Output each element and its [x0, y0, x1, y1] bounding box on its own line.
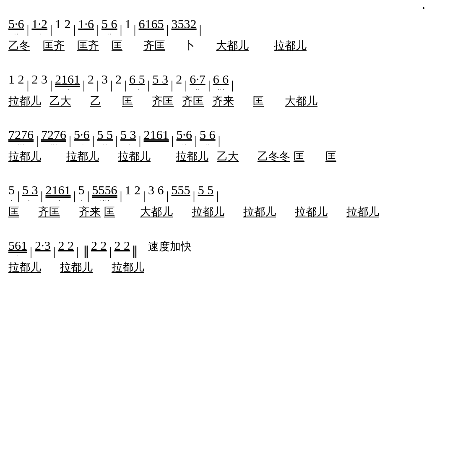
barline: | — [208, 76, 211, 93]
barline: | — [27, 21, 29, 37]
note-r2-2: 2 — [88, 72, 94, 93]
note-r4-5: 5 · — [8, 183, 15, 204]
score-row-5: 561 · | 2·3 | 2 2 | ‖ 2 2 | 2 2 ‖ — [8, 238, 442, 275]
lyric-r4-qi2: 齐 — [79, 204, 90, 219]
lyric-r3-du3: 都 — [129, 149, 140, 164]
lyric-r3-er1: 儿 — [30, 149, 41, 164]
lyric-r4-kuang2: 匡 — [49, 204, 60, 219]
lyric-r4-la2: 拉 — [243, 204, 254, 219]
note-group-r3-53: 5 3 · — [120, 127, 136, 148]
lyric-r3-kuang1: 匡 — [294, 149, 304, 164]
note-group-5-6: 5 6 · · — [101, 16, 117, 37]
lyric-r5-la3: 拉 — [112, 260, 122, 275]
barline: | — [30, 243, 32, 259]
lyric-r4-qi1: 齐 — [38, 204, 49, 219]
note-group-r2-65: 6 5 · — [129, 72, 145, 93]
barline: | — [120, 21, 122, 37]
barline: | — [96, 21, 99, 37]
lyric-er2: 儿 — [296, 38, 307, 53]
barline: | — [83, 76, 85, 93]
barline: | — [73, 21, 76, 37]
lyric-r3-la4: 拉 — [176, 149, 187, 164]
lyrics-row-3: 拉 都 儿 拉 都 儿 拉 都 儿 拉 都 儿 乙 大 乙 冬 冬 匡 匡 — [8, 149, 442, 164]
lyric-r2-kuang2: 匡 — [163, 94, 174, 108]
note-group-r4-55: 5 5 — [198, 183, 214, 204]
barline: | — [92, 132, 95, 148]
lyric-r4-du2: 都 — [203, 204, 213, 219]
lyric-r2-du1: 都 — [19, 94, 30, 108]
lyric-r5-la2: 拉 — [60, 260, 71, 275]
barline: | — [172, 132, 174, 148]
notation-row-2: 1 2 | 2 3 | 2161 · | 2 | 3 | 2 — [8, 72, 442, 93]
note-group-r5-561: 561 · — [8, 238, 27, 259]
barline: | — [36, 132, 39, 148]
barline: | — [139, 132, 141, 148]
score-row-4: 5 · | 5 3 · | 2161 · | 5 · | 5556 · · · … — [8, 183, 442, 219]
score-row-1: 5·6 · · | 1·2 · | 1 2 | 1·6 | 5 6 · · | — [8, 16, 442, 53]
lyric-r2-er1: 儿 — [30, 94, 41, 108]
lyric-r2-kuang4: 匡 — [253, 94, 264, 108]
lyric-r4-er5: 儿 — [368, 204, 379, 219]
barline: | — [216, 187, 218, 204]
lyric-r2-qi3: 齐 — [212, 94, 223, 108]
double-barline: ‖ — [83, 243, 89, 259]
note-group-r5-22b: 2 2 — [91, 238, 107, 259]
lyric-er1: 儿 — [238, 38, 249, 53]
lyric-du1: 都 — [227, 38, 238, 53]
barline: | — [171, 76, 173, 93]
lyric-r3-dong2: 冬 — [279, 149, 290, 164]
lyric-kuang4: 匡 — [154, 38, 165, 53]
barline: | — [27, 76, 29, 93]
note-r2-2b: 2 — [115, 72, 122, 93]
lyric-r3-er3: 儿 — [140, 149, 151, 164]
lyric-la1: 拉 — [274, 38, 285, 53]
note-sudu: 速度加快 — [148, 240, 192, 259]
note-group-r4-36: 3 6 — [148, 183, 164, 204]
lyric-r3-er2: 儿 — [88, 149, 99, 164]
note-group-12: 1·2 · — [32, 16, 48, 37]
lyric-yi: 乙 — [8, 38, 19, 53]
lyric-r3-du2: 都 — [77, 149, 88, 164]
lyric-r2-la1: 拉 — [8, 94, 19, 108]
top-dot-area: • — [8, 4, 442, 13]
barline: | — [134, 21, 136, 37]
lyric-r5-du3: 都 — [122, 260, 133, 275]
lyric-r2-kuang1: 匡 — [122, 94, 133, 108]
lyric-r3-du4: 都 — [187, 149, 198, 164]
note-group-1dot6: 1·6 — [78, 16, 94, 37]
barline: | — [199, 21, 202, 37]
lyric-r2-qi2: 齐 — [182, 94, 193, 108]
note-group-r4-53: 5 3 · — [22, 183, 38, 204]
barline: | — [69, 132, 71, 148]
lyric-r4-la4: 拉 — [346, 204, 357, 219]
lyric-r3-yi: 乙 — [217, 149, 228, 164]
note-group-3532: 3532 — [172, 16, 197, 37]
lyric-r5-du2: 都 — [71, 260, 82, 275]
note-group-r3-5dot6b: 5·6 · · — [177, 127, 192, 148]
lyric-r4-er4: 儿 — [317, 204, 328, 219]
note-group-r2-23: 2 3 — [32, 72, 48, 93]
lyric-qi3: 齐 — [143, 38, 154, 53]
note-group-r2-2161: 2161 · — [55, 72, 80, 93]
note-group-r5-2dot3: 2·3 — [35, 238, 51, 259]
note-group-r3-7276b: 7276 · · · — [41, 127, 66, 148]
lyric-du2: 都 — [285, 38, 296, 53]
barline: | — [53, 243, 56, 259]
lyric-r4-la3: 拉 — [295, 204, 306, 219]
score-row-2: 1 2 | 2 3 | 2161 · | 2 | 3 | 2 — [8, 72, 442, 108]
lyric-r2-da2: 大 — [285, 94, 296, 108]
lyric-qi1: 齐 — [54, 38, 65, 53]
lyric-da1: 大 — [216, 38, 227, 53]
lyric-r3-yi2: 乙 — [258, 149, 268, 164]
barline: | — [110, 76, 113, 93]
note-group-56: 5·6 · · — [8, 16, 24, 37]
barline: | — [195, 132, 197, 148]
barline: | — [124, 76, 127, 93]
barline: | — [96, 76, 99, 93]
note-group-r3-7276a: 7276 · · · — [8, 127, 34, 148]
barline: | — [166, 21, 169, 37]
score-row-3: 7276 · · · | 7276 · · · | 5·6 · | 5 5 · … — [8, 127, 442, 164]
lyric-r2-lai: 来 — [223, 94, 234, 108]
barline: | — [73, 187, 76, 204]
lyric-qi2: 齐 — [88, 38, 99, 53]
